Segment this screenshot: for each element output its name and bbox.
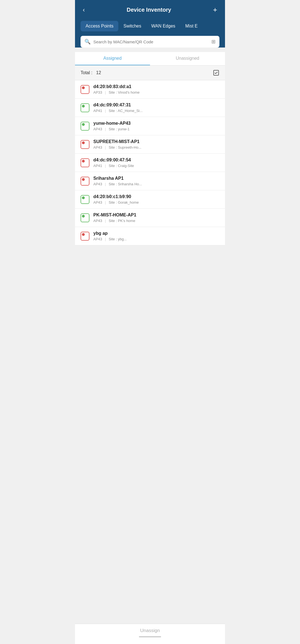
- device-identifier: Sriharsha AP1: [93, 176, 219, 181]
- device-identifier: yunw-home-AP43: [93, 121, 219, 126]
- meta-divider: |: [105, 200, 106, 204]
- device-model: AP33: [93, 90, 102, 94]
- add-button[interactable]: +: [211, 4, 219, 15]
- list-item[interactable]: yunw-home-AP43 AP43 | Site : yunw-1: [75, 117, 225, 135]
- device-site: Site : Vinod's home: [109, 90, 139, 94]
- device-status-icon: [81, 195, 89, 204]
- content-area: Assigned Unassigned Total : 12 d4:20:b0:…: [75, 52, 225, 245]
- device-model: AP41: [93, 164, 102, 168]
- header-top: ‹ Device Inventory +: [81, 4, 219, 15]
- tab-wan-edges[interactable]: WAN Edges: [146, 21, 181, 31]
- tab-mist-e[interactable]: Mist E: [180, 21, 202, 31]
- back-button[interactable]: ‹: [81, 5, 87, 15]
- total-row: Total : 12: [75, 66, 225, 80]
- total-count: 12: [96, 70, 101, 75]
- device-site: Site : Supreeth-Ho...: [109, 145, 141, 149]
- list-item[interactable]: d4:20:b0:c1:b9:90 AP43 | Site : Gorak_ho…: [75, 190, 225, 209]
- device-identifier: d4:20:b0:c1:b9:90: [93, 194, 219, 199]
- device-identifier: ybg ap: [93, 231, 219, 236]
- device-site: Site : AC_Home_Si...: [109, 109, 142, 113]
- device-meta: AP41 | Site : AC_Home_Si...: [93, 109, 219, 113]
- meta-divider: |: [105, 237, 106, 241]
- device-model: AP43: [93, 219, 102, 223]
- header: ‹ Device Inventory + Access Points Switc…: [75, 0, 225, 48]
- device-status-icon: [81, 85, 89, 94]
- device-status-icon: [81, 158, 89, 167]
- device-status-icon: [81, 140, 89, 149]
- meta-divider: |: [105, 219, 106, 223]
- device-info: d4:20:b0:c1:b9:90 AP43 | Site : Gorak_ho…: [93, 194, 219, 204]
- device-info: Sriharsha AP1 AP43 | Site : Sriharsha Ho…: [93, 176, 219, 186]
- device-list: d4:20:b0:83:dd:a1 AP33 | Site : Vinod's …: [75, 80, 225, 245]
- device-status-icon: [81, 103, 89, 112]
- device-info: SUPREETH-MIST-AP1 AP43 | Site : Supreeth…: [93, 139, 219, 149]
- meta-divider: |: [105, 90, 106, 94]
- device-info: d4:20:b0:83:dd:a1 AP33 | Site : Vinod's …: [93, 84, 219, 94]
- device-identifier: d4:20:b0:83:dd:a1: [93, 84, 219, 89]
- device-status-icon: [81, 122, 89, 131]
- device-info: ybg ap AP43 | Site : ybg...: [93, 231, 219, 241]
- device-site: Site : ybg...: [109, 237, 127, 241]
- tab-unassigned[interactable]: Unassigned: [150, 52, 225, 65]
- device-identifier: d4:dc:09:00:47:31: [93, 103, 219, 108]
- device-meta: AP43 | Site : Supreeth-Ho...: [93, 145, 219, 149]
- device-meta: AP33 | Site : Vinod's home: [93, 90, 219, 94]
- list-item[interactable]: PK-MIST-HOME-AP1 AP43 | Site : PK's home: [75, 209, 225, 227]
- device-identifier: PK-MIST-HOME-AP1: [93, 213, 219, 218]
- device-meta: AP43 | Site : PK's home: [93, 219, 219, 223]
- device-info: yunw-home-AP43 AP43 | Site : yunw-1: [93, 121, 219, 131]
- search-icon: 🔍: [84, 39, 91, 45]
- list-item[interactable]: SUPREETH-MIST-AP1 AP43 | Site : Supreeth…: [75, 135, 225, 154]
- device-status-icon: [81, 177, 89, 186]
- qr-code-icon[interactable]: ⊞: [211, 39, 216, 45]
- device-info: d4:dc:09:00:47:31 AP41 | Site : AC_Home_…: [93, 103, 219, 113]
- device-meta: AP43 | Site : Gorak_home: [93, 200, 219, 204]
- tab-switches[interactable]: Switches: [118, 21, 146, 31]
- list-item[interactable]: Sriharsha AP1 AP43 | Site : Sriharsha Ho…: [75, 172, 225, 190]
- meta-divider: |: [105, 164, 106, 168]
- page-title: Device Inventory: [87, 7, 211, 13]
- list-item[interactable]: d4:20:b0:83:dd:a1 AP33 | Site : Vinod's …: [75, 80, 225, 99]
- meta-divider: |: [105, 127, 106, 131]
- device-site: Site : Craig-Site: [109, 164, 134, 168]
- search-input[interactable]: [93, 39, 209, 44]
- device-model: AP43: [93, 237, 102, 241]
- list-item[interactable]: d4:dc:09:00:47:54 AP41 | Site : Craig-Si…: [75, 154, 225, 172]
- total-label: Total : 12: [81, 70, 101, 75]
- device-model: AP43: [93, 145, 102, 149]
- tab-access-points[interactable]: Access Points: [81, 21, 118, 31]
- device-site: Site : PK's home: [109, 219, 135, 223]
- tab-assigned[interactable]: Assigned: [75, 52, 150, 65]
- meta-divider: |: [105, 145, 106, 149]
- device-model: AP41: [93, 109, 102, 113]
- meta-divider: |: [105, 109, 106, 113]
- search-bar: 🔍 ⊞: [81, 36, 219, 48]
- device-site: Site : yunw-1: [109, 127, 129, 131]
- meta-divider: |: [105, 182, 106, 186]
- device-meta: AP43 | Site : yunw-1: [93, 127, 219, 131]
- device-site: Site : Sriharsha Ho...: [109, 182, 142, 186]
- device-model: AP43: [93, 200, 102, 204]
- list-item[interactable]: d4:dc:09:00:47:31 AP41 | Site : AC_Home_…: [75, 99, 225, 117]
- select-all-icon[interactable]: [213, 69, 219, 76]
- device-status-icon: [81, 213, 89, 222]
- device-model: AP43: [93, 182, 102, 186]
- device-meta: AP41 | Site : Craig-Site: [93, 164, 219, 168]
- list-item[interactable]: ybg ap AP43 | Site : ybg...: [75, 227, 225, 245]
- device-info: d4:dc:09:00:47:54 AP41 | Site : Craig-Si…: [93, 158, 219, 168]
- device-meta: AP43 | Site : Sriharsha Ho...: [93, 182, 219, 186]
- device-identifier: d4:dc:09:00:47:54: [93, 158, 219, 163]
- device-site: Site : Gorak_home: [109, 200, 139, 204]
- device-meta: AP43 | Site : ybg...: [93, 237, 219, 241]
- device-identifier: SUPREETH-MIST-AP1: [93, 139, 219, 144]
- assignment-tabs: Assigned Unassigned: [75, 52, 225, 66]
- device-model: AP43: [93, 127, 102, 131]
- device-status-icon: [81, 232, 89, 241]
- device-info: PK-MIST-HOME-AP1 AP43 | Site : PK's home: [93, 213, 219, 223]
- device-type-tabs: Access Points Switches WAN Edges Mist E: [81, 21, 219, 31]
